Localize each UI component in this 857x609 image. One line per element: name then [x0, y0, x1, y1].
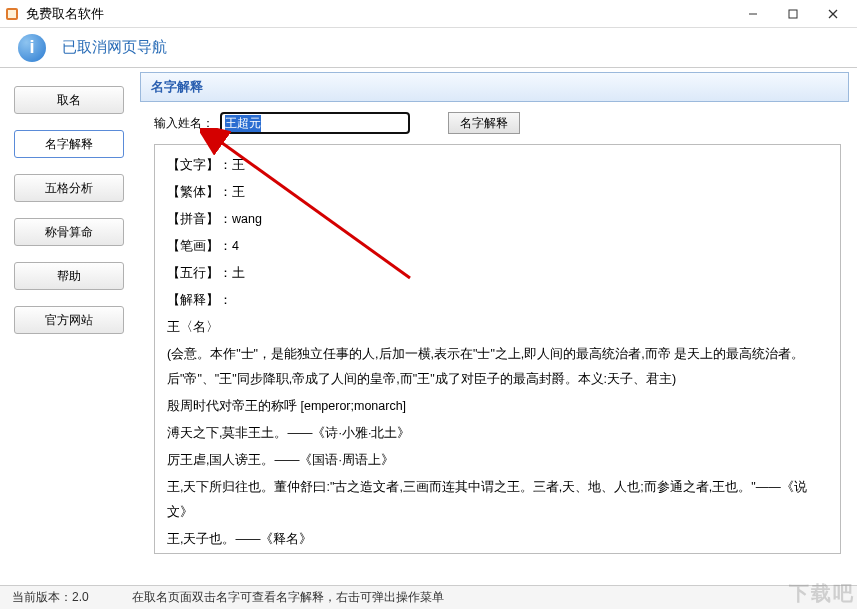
panel-title: 名字解释	[140, 72, 849, 102]
result-line: 溥天之下,莫非王土。――《诗·小雅·北土》	[167, 421, 828, 446]
sidebar-item-chenggusuanming[interactable]: 称骨算命	[14, 218, 124, 246]
name-input[interactable]	[220, 112, 410, 134]
result-line: 王〈名〉	[167, 315, 828, 340]
sidebar-item-wugefenxi[interactable]: 五格分析	[14, 174, 124, 202]
result-box[interactable]: 【文字】：王【繁体】：王【拼音】：wang【笔画】：4【五行】：土【解释】：王〈…	[154, 144, 841, 554]
sidebar-item-mingzijieshi[interactable]: 名字解释	[14, 130, 124, 158]
name-input-label: 输入姓名：	[154, 115, 214, 132]
result-line: 殷周时代对帝王的称呼 [emperor;monarch]	[167, 394, 828, 419]
close-button[interactable]	[813, 1, 853, 27]
window-controls	[733, 1, 853, 27]
result-line: 【文字】：王	[167, 153, 828, 178]
status-tip: 在取名页面双击名字可查看名字解释，右击可弹出操作菜单	[132, 589, 444, 606]
result-line: 【五行】：土	[167, 261, 828, 286]
result-line: 王,天下所归往也。董仲舒曰:"古之造文者,三画而连其中谓之王。三者,天、地、人也…	[167, 475, 828, 525]
window-title: 免费取名软件	[26, 5, 733, 23]
result-line: 厉王虐,国人谤王。――《国语·周语上》	[167, 448, 828, 473]
titlebar: 免费取名软件	[0, 0, 857, 28]
main-area: 取名 名字解释 五格分析 称骨算命 帮助 官方网站 名字解释 输入姓名： 名字解…	[0, 68, 857, 583]
app-icon	[4, 6, 20, 22]
content-panel: 名字解释 输入姓名： 名字解释 【文字】：王【繁体】：王【拼音】：wang【笔画…	[140, 68, 857, 583]
explain-button[interactable]: 名字解释	[448, 112, 520, 134]
version-label: 当前版本：2.0	[12, 589, 132, 606]
watermark: 下载吧	[789, 580, 855, 607]
minimize-button[interactable]	[733, 1, 773, 27]
maximize-button[interactable]	[773, 1, 813, 27]
svg-rect-1	[8, 10, 16, 18]
sidebar-item-quming[interactable]: 取名	[14, 86, 124, 114]
sidebar: 取名 名字解释 五格分析 称骨算命 帮助 官方网站	[0, 68, 140, 583]
result-line: 【拼音】：wang	[167, 207, 828, 232]
info-icon: i	[18, 34, 46, 62]
info-bar: i 已取消网页导航	[0, 28, 857, 68]
svg-rect-3	[789, 10, 797, 18]
result-line: 王,天子也。――《释名》	[167, 527, 828, 552]
sidebar-item-guanfangwangzhan[interactable]: 官方网站	[14, 306, 124, 334]
result-line: 【笔画】：4	[167, 234, 828, 259]
sidebar-item-bangzhu[interactable]: 帮助	[14, 262, 124, 290]
statusbar: 当前版本：2.0 在取名页面双击名字可查看名字解释，右击可弹出操作菜单	[0, 585, 857, 609]
input-row: 输入姓名： 名字解释	[140, 102, 849, 144]
result-line: (会意。本作"士"，是能独立任事的人,后加一横,表示在"士"之上,即人间的最高统…	[167, 342, 828, 392]
result-line: 【解释】：	[167, 288, 828, 313]
info-text: 已取消网页导航	[62, 38, 167, 57]
result-line: 【繁体】：王	[167, 180, 828, 205]
